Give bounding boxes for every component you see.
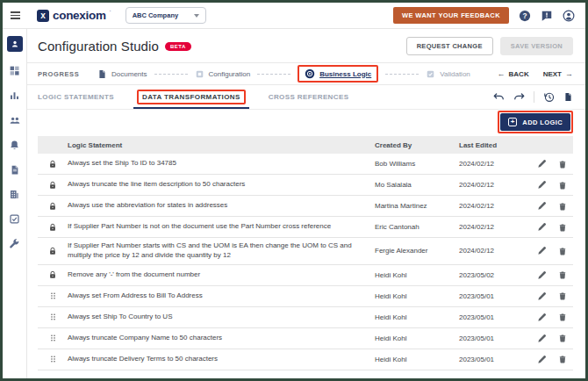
table-row: Always truncate Delivery Terms to 50 cha… — [38, 349, 573, 370]
logic-statement: Always use the abbreviation for states i… — [68, 198, 375, 214]
logic-statement: Always truncate the line item descriptio… — [68, 176, 375, 193]
progress-bar: PROGRESS Documents Configuration — [27, 62, 585, 85]
drag-icon[interactable] — [38, 333, 68, 343]
edit-button[interactable] — [531, 180, 552, 190]
delete-button[interactable] — [552, 354, 573, 364]
sidebar-item-notifications[interactable] — [9, 140, 20, 151]
sidebar-item-tools[interactable] — [9, 238, 20, 249]
delete-button[interactable] — [552, 201, 573, 212]
step-documents[interactable]: Documents — [97, 69, 147, 79]
add-logic-annotation-box: + ADD LOGIC — [498, 111, 573, 133]
feedback-button[interactable]: WE WANT YOUR FEEDBACK — [393, 7, 509, 24]
tab-data-transformations[interactable]: DATA TRANSFORMATIONS — [137, 85, 246, 109]
brand-trademark: ´ — [110, 10, 111, 15]
top-bar: x conexiom ´ ABC Company WE WANT YOUR FE… — [3, 3, 585, 29]
delete-button[interactable] — [552, 312, 573, 322]
company-selector[interactable]: ABC Company — [125, 7, 206, 24]
lock-icon — [38, 246, 68, 256]
table-row: Remove any '-' from the document numberH… — [38, 265, 573, 286]
conexiom-logo-mark-icon: x — [37, 10, 49, 22]
step-validation[interactable]: Validation — [426, 69, 470, 79]
table-row: Always use the abbreviation for states i… — [38, 196, 573, 217]
created-by: Fergie Alexander — [375, 247, 459, 255]
sidebar-item-tasks[interactable] — [9, 213, 20, 225]
step-configuration[interactable]: Configuration — [195, 69, 251, 79]
edit-button[interactable] — [531, 201, 552, 211]
last-edited: 2024/02/12 — [459, 202, 531, 210]
progress-label: PROGRESS — [38, 70, 79, 78]
edit-button[interactable] — [531, 334, 552, 343]
menu-icon[interactable] — [3, 10, 27, 21]
step-connector — [385, 74, 419, 75]
logic-statement: Always set the Ship To ID to 34785 — [68, 155, 375, 172]
last-edited: 2024/02/12 — [459, 247, 531, 255]
delete-button[interactable] — [552, 333, 573, 343]
drag-icon[interactable] — [38, 354, 68, 364]
delete-button[interactable] — [552, 180, 573, 190]
lock-icon — [38, 180, 68, 190]
delete-button[interactable] — [552, 159, 573, 169]
add-logic-button[interactable]: + ADD LOGIC — [500, 113, 570, 131]
table-row: If Supplier Part Number is not on the do… — [38, 217, 573, 238]
edit-button[interactable] — [531, 246, 552, 255]
tab-logic-statements[interactable]: LOGIC STATEMENTS — [38, 85, 114, 109]
undo-icon[interactable] — [493, 93, 505, 102]
conexiom-logo: x conexiom ´ — [37, 9, 111, 22]
column-last-edited: Last Edited — [459, 141, 531, 149]
table-row: If Supplier Part Number starts with CS a… — [38, 238, 573, 265]
edit-button[interactable] — [531, 222, 552, 232]
sidebar-item-account[interactable] — [7, 36, 23, 52]
step-business-logic[interactable]: Business Logic — [305, 68, 371, 79]
tab-cross-references[interactable]: CROSS REFERENCES — [269, 85, 349, 109]
redo-icon[interactable] — [513, 93, 525, 102]
drag-icon[interactable] — [38, 312, 68, 322]
sidebar-item-dashboard[interactable] — [9, 65, 20, 76]
delete-button[interactable] — [552, 270, 573, 280]
sidebar-item-documents[interactable] — [10, 164, 20, 176]
user-account-icon[interactable] — [563, 10, 575, 22]
page-header: Configuration Studio BETA REQUEST CHANGE… — [27, 29, 585, 62]
page-title: Configuration Studio — [38, 39, 159, 54]
configuration-step-icon — [195, 69, 204, 79]
help-icon[interactable]: ? — [519, 10, 531, 22]
business-logic-annotation-box: Business Logic — [298, 65, 378, 83]
brand-name: conexiom — [53, 9, 106, 22]
created-by: Heidi Kohl — [375, 313, 459, 321]
edit-button[interactable] — [531, 270, 552, 280]
tabs-bar: LOGIC STATEMENTS DATA TRANSFORMATIONS CR… — [27, 85, 585, 110]
delete-button[interactable] — [552, 246, 573, 256]
delete-button[interactable] — [552, 291, 573, 301]
last-edited: 2023/05/01 — [459, 292, 531, 300]
table-row: Always truncate Company Name to 50 chara… — [38, 328, 573, 349]
drag-icon[interactable] — [38, 291, 68, 301]
edit-button[interactable] — [531, 159, 552, 169]
document-copy-icon[interactable] — [563, 91, 573, 103]
table-row: Always set Ship To Country to USHeidi Ko… — [38, 307, 573, 328]
lock-icon — [38, 201, 68, 212]
next-button[interactable]: NEXT→ — [543, 69, 573, 78]
feedback-chat-icon[interactable] — [541, 10, 553, 22]
step-connector — [257, 74, 290, 75]
version-history-icon[interactable] — [543, 91, 555, 103]
logic-statement: Remove any '-' from the document number — [68, 267, 375, 284]
table-row: Always set From Address to Bill To Addre… — [38, 286, 573, 307]
last-edited: 2024/02/12 — [459, 160, 531, 168]
created-by: Heidi Kohl — [375, 292, 459, 300]
last-edited: 2023/05/01 — [459, 334, 531, 342]
created-by: Bob Williams — [375, 160, 459, 168]
created-by: Eric Cantonah — [375, 223, 459, 231]
sidebar-item-analytics[interactable] — [9, 90, 20, 101]
back-button[interactable]: ←BACK — [498, 69, 529, 78]
sidebar-item-team[interactable] — [9, 114, 21, 126]
lock-icon — [38, 159, 68, 169]
request-change-button[interactable]: REQUEST CHANGE — [406, 37, 493, 55]
sidebar-item-company[interactable] — [9, 189, 20, 200]
left-sidebar — [3, 29, 27, 378]
table-row: Always set the Ship To ID to 34785Bob Wi… — [38, 154, 573, 175]
edit-button[interactable] — [531, 355, 552, 364]
delete-button[interactable] — [552, 222, 573, 233]
edit-button[interactable] — [531, 291, 552, 301]
last-edited: 2024/02/12 — [459, 181, 531, 189]
edit-button[interactable] — [531, 313, 552, 322]
svg-text:?: ? — [522, 11, 527, 19]
